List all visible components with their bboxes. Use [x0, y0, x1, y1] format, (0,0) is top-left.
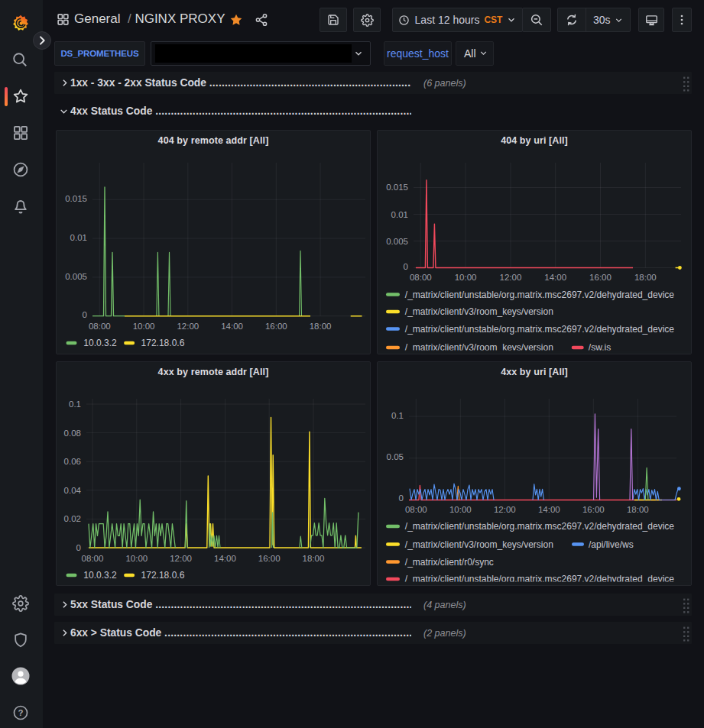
- svg-text:16:00: 16:00: [258, 554, 281, 563]
- svg-text:10:00: 10:00: [125, 554, 148, 563]
- svg-text:08:00: 08:00: [89, 322, 111, 331]
- svg-text:14:00: 14:00: [221, 322, 243, 331]
- svg-text:0.08: 0.08: [64, 429, 81, 438]
- svg-text:/_matrix/client/v3/room_keys/v: /_matrix/client/v3/room_keys/version: [405, 539, 553, 550]
- svg-text:0.02: 0.02: [64, 514, 81, 523]
- svg-text:0.005: 0.005: [65, 272, 87, 281]
- svg-text:0.06: 0.06: [64, 457, 81, 466]
- svg-text:0.01: 0.01: [391, 210, 408, 219]
- svg-text:0.015: 0.015: [386, 183, 408, 192]
- svg-text:12:00: 12:00: [170, 554, 192, 563]
- svg-text:/_matrix/client/r0/sync: /_matrix/client/r0/sync: [405, 557, 494, 568]
- svg-text:08:00: 08:00: [410, 273, 432, 282]
- svg-text:18:00: 18:00: [310, 322, 332, 331]
- svg-text:14:00: 14:00: [214, 554, 236, 563]
- svg-text:0.015: 0.015: [65, 194, 87, 203]
- svg-text:16:00: 16:00: [265, 322, 287, 331]
- svg-text:0.1: 0.1: [391, 411, 404, 420]
- svg-text:10.0.3.2: 10.0.3.2: [83, 338, 117, 348]
- svg-text:08:00: 08:00: [82, 554, 104, 563]
- svg-text:/api/live/ws: /api/live/ws: [589, 539, 634, 550]
- svg-text:16:00: 16:00: [589, 273, 612, 282]
- svg-text:10:00: 10:00: [449, 505, 472, 514]
- svg-text:14:00: 14:00: [544, 273, 566, 282]
- svg-text:18:00: 18:00: [634, 273, 657, 282]
- svg-text:10:00: 10:00: [133, 322, 155, 331]
- svg-text:0.01: 0.01: [70, 233, 87, 242]
- svg-text:0: 0: [399, 493, 404, 503]
- svg-text:172.18.0.6: 172.18.0.6: [141, 570, 185, 581]
- svg-text:0.04: 0.04: [64, 486, 82, 495]
- svg-text:08:00: 08:00: [405, 505, 427, 514]
- svg-text:/_matrix/client/unstable/org.m: /_matrix/client/unstable/org.matrix.msc2…: [405, 324, 675, 335]
- svg-text:/_matrix/client/v3/room_keys/v: /_matrix/client/v3/room_keys/version: [405, 306, 553, 317]
- svg-text:0: 0: [76, 543, 81, 552]
- svg-text:172.18.0.6: 172.18.0.6: [141, 338, 185, 348]
- svg-text:0.05: 0.05: [387, 452, 404, 461]
- svg-text:/_matrix/client/unstable/org.m: /_matrix/client/unstable/org.matrix.msc2…: [405, 521, 675, 532]
- svg-text:14:00: 14:00: [538, 505, 560, 514]
- svg-text:10:00: 10:00: [455, 273, 477, 282]
- svg-text:0: 0: [83, 310, 87, 319]
- svg-text:16:00: 16:00: [582, 505, 605, 514]
- svg-text:0.1: 0.1: [69, 400, 81, 409]
- svg-text:0: 0: [404, 262, 408, 271]
- svg-text:12:00: 12:00: [500, 273, 522, 282]
- svg-text:12:00: 12:00: [177, 322, 199, 331]
- svg-text:12:00: 12:00: [494, 505, 516, 514]
- svg-text:/_matrix/client/unstable/org.m: /_matrix/client/unstable/org.matrix.msc2…: [405, 290, 675, 300]
- svg-text:10.0.3.2: 10.0.3.2: [83, 570, 117, 581]
- svg-text:18:00: 18:00: [627, 505, 649, 514]
- svg-text:?: ?: [18, 708, 24, 717]
- svg-text:0.005: 0.005: [386, 237, 408, 246]
- svg-text:18:00: 18:00: [303, 554, 325, 563]
